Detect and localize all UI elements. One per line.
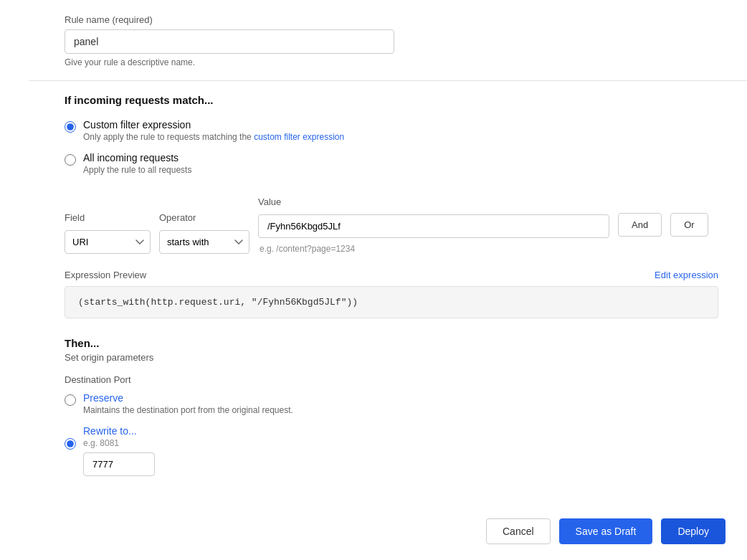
operator-col: Operator starts with ends with contains … — [159, 212, 249, 254]
value-input[interactable] — [258, 214, 609, 238]
preserve-radio[interactable] — [65, 394, 76, 406]
rule-name-label: Rule name (required) — [65, 14, 718, 25]
operator-select[interactable]: starts with ends with contains equals ma… — [159, 230, 249, 254]
match-options: Custom filter expression Only apply the … — [65, 119, 718, 185]
rewrite-eg: e.g. 8081 — [83, 438, 155, 448]
all-requests-option[interactable]: All incoming requests Apply the rule to … — [65, 152, 718, 175]
operator-label: Operator — [159, 212, 249, 223]
value-col: Value e.g. /content?page=1234 — [258, 196, 609, 254]
preserve-option[interactable]: Preserve Maintains the destination port … — [65, 392, 718, 415]
filter-row: Field URI Hostname IP Source User Agent … — [65, 196, 718, 254]
preserve-sublabel: Maintains the destination port from the … — [83, 405, 293, 415]
field-select[interactable]: URI Hostname IP Source User Agent — [65, 230, 151, 254]
set-origin-text: Set origin parameters — [65, 352, 718, 363]
rule-name-input[interactable] — [65, 29, 394, 54]
custom-filter-link[interactable]: custom filter expression — [254, 132, 344, 142]
field-label: Field — [65, 212, 151, 223]
match-section-title: If incoming requests match... — [65, 94, 718, 106]
field-col: Field URI Hostname IP Source User Agent — [65, 212, 151, 254]
footer-actions: Cancel Save as Draft Deploy — [486, 518, 725, 544]
custom-filter-sublabel: Only apply the rule to requests matching… — [83, 132, 344, 142]
custom-filter-radio[interactable] — [65, 121, 76, 133]
then-section: Then... Set origin parameters Destinatio… — [65, 337, 718, 476]
or-button-wrap: Or — [670, 213, 708, 237]
expression-preview-header: Expression Preview Edit expression — [65, 270, 718, 280]
cancel-button[interactable]: Cancel — [486, 518, 551, 544]
rewrite-option[interactable]: Rewrite to... e.g. 8081 — [65, 425, 718, 476]
or-button[interactable]: Or — [670, 213, 708, 237]
dest-port-label: Destination Port — [65, 374, 718, 385]
save-draft-button[interactable]: Save as Draft — [559, 518, 653, 544]
expression-preview-box: (starts_with(http.request.uri, "/Fyhn56K… — [65, 286, 718, 318]
all-requests-sublabel: Apply the rule to all requests — [83, 165, 191, 175]
expression-preview-title: Expression Preview — [65, 270, 146, 280]
then-title: Then... — [65, 337, 718, 349]
custom-filter-option[interactable]: Custom filter expression Only apply the … — [65, 119, 718, 142]
value-label: Value — [258, 196, 609, 207]
and-button-wrap: And — [618, 213, 662, 237]
deploy-button[interactable]: Deploy — [661, 518, 725, 544]
value-hint: e.g. /content?page=1234 — [260, 244, 609, 254]
edit-expression-link[interactable]: Edit expression — [655, 270, 718, 280]
all-requests-radio[interactable] — [65, 154, 76, 166]
rewrite-label: Rewrite to... — [83, 425, 155, 437]
preserve-label: Preserve — [83, 392, 293, 404]
section-divider — [29, 80, 747, 81]
custom-filter-label: Custom filter expression — [83, 119, 344, 130]
expression-preview-section: Expression Preview Edit expression (star… — [65, 270, 718, 318]
rule-name-hint: Give your rule a descriptive name. — [65, 57, 718, 67]
all-requests-label: All incoming requests — [83, 152, 191, 163]
and-button[interactable]: And — [618, 213, 662, 237]
rewrite-input[interactable] — [83, 452, 155, 476]
rewrite-radio[interactable] — [65, 438, 76, 450]
